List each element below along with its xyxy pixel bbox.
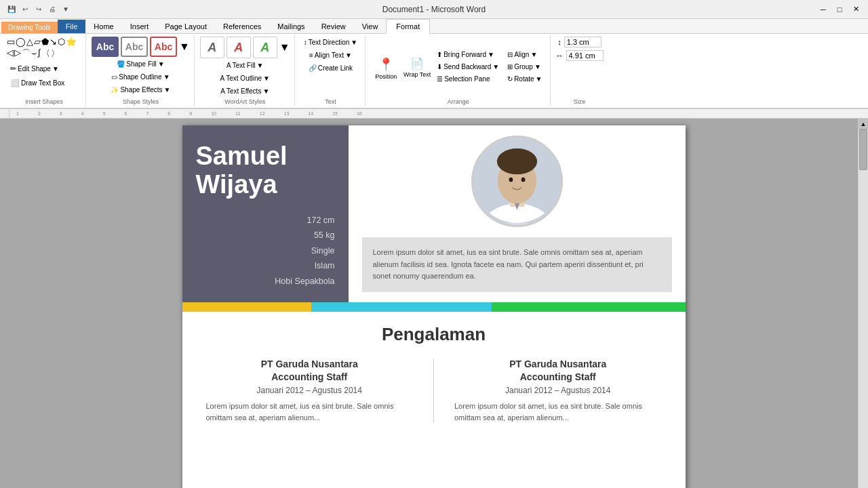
resume-height: 172 cm — [196, 213, 335, 228]
tab-view[interactable]: View — [354, 20, 387, 33]
height-icon: ↕ — [557, 38, 561, 46]
shape-styles-group: Abc Abc Abc ▼ 🪣 Shape Fill ▼ ▭ Shape Out… — [87, 35, 195, 106]
experience-columns: PT Garuda Nusantara Accounting Staff Jan… — [206, 359, 662, 423]
bio-text-box: Lorem ipsum dolor sit amet, ius ea sint … — [362, 237, 672, 292]
shape-style-3[interactable]: Abc — [150, 37, 177, 57]
text-effects-button[interactable]: A Text Effects ▼ — [217, 85, 273, 97]
experience-title: Pengalaman — [206, 324, 662, 345]
tab-review[interactable]: Review — [313, 20, 354, 33]
exp-left-period: Januari 2012 – Agustus 2014 — [206, 386, 414, 395]
exp-left-company: PT Garuda Nusantara — [206, 359, 414, 369]
shape-fill-button[interactable]: 🪣 Shape Fill ▼ — [113, 58, 167, 70]
selection-pane-button[interactable]: ☰ Selection Pane — [433, 73, 502, 85]
resume-weight: 55 kg — [196, 228, 335, 243]
position-button[interactable]: 📍 Position — [371, 55, 401, 79]
styles-dropdown[interactable]: ▼ — [179, 41, 190, 53]
group-button[interactable]: ⊞ Group ▼ — [504, 61, 545, 73]
exp-left-desc: Lorem ipsum dolor sit amet, ius ea sint … — [206, 401, 414, 423]
resume-status: Single — [196, 243, 335, 259]
send-backward-button[interactable]: ⬇ Send Backward ▼ — [433, 61, 502, 73]
align-text-button[interactable]: ≡ Align Text ▼ — [306, 49, 355, 61]
left-margin — [0, 119, 9, 488]
title-bar: 💾 ↩ ↪ 🖨 ▼ Document1 - Microsoft Word ─ □… — [0, 0, 868, 19]
document-page: Samuel Wijaya 172 cm 55 kg Single Islam … — [182, 125, 686, 488]
text-outline-button[interactable]: A Text Outline ▼ — [217, 73, 273, 84]
scroll-up-button[interactable]: ▲ — [859, 119, 868, 129]
resume-right-panel: Lorem ipsum dolor sit amet, ius ea sint … — [349, 125, 686, 302]
wordart-style-2[interactable]: A — [226, 37, 251, 58]
text-direction-button[interactable]: ↕ Text Direction ▼ — [300, 37, 361, 48]
save-button[interactable]: 💾 — [5, 3, 18, 16]
quick-print-button[interactable]: 🖨 — [46, 3, 58, 16]
create-link-button[interactable]: 🔗 Create Link — [305, 62, 356, 74]
wordart-styles-group: A A A ▼ A Text Fill ▼ A Text Outline ▼ A… — [196, 35, 295, 106]
undo-button[interactable]: ↩ — [19, 3, 31, 16]
exp-right-company: PT Garuda Nusantara — [454, 359, 662, 369]
exp-right-period: Januari 2012 – Agustus 2014 — [454, 386, 662, 395]
svg-point-7 — [496, 148, 536, 174]
title-bar-left: 💾 ↩ ↪ 🖨 ▼ — [5, 3, 72, 16]
shapes-palette: ▭◯△▱⬟ ↘⬡⭐◁▷ ⌒⌣∫〈〉 — [7, 37, 81, 60]
maximize-button[interactable]: □ — [833, 3, 846, 16]
quick-access-toolbar: 💾 ↩ ↪ 🖨 ▼ — [5, 3, 72, 16]
wordart-style-1[interactable]: A — [200, 37, 224, 58]
color-bar-green — [492, 302, 685, 312]
exp-right-desc: Lorem ipsum dolor sit amet, ius ea sint … — [454, 401, 662, 423]
height-input[interactable] — [564, 37, 601, 47]
resume-religion: Islam — [196, 258, 335, 274]
tab-file[interactable]: File — [58, 20, 86, 33]
wordart-style-3[interactable]: A — [253, 37, 277, 58]
window-title: Document1 - Microsoft Word — [382, 5, 486, 14]
vertical-scrollbar[interactable]: ▲ ▼ — [858, 119, 868, 488]
redo-button[interactable]: ↪ — [33, 3, 45, 16]
size-group: ↕ ↔ Size — [552, 35, 608, 106]
column-divider — [433, 359, 434, 423]
scroll-thumb[interactable] — [859, 129, 867, 170]
draw-text-box-button[interactable]: ⬜ Draw Text Box — [7, 77, 68, 89]
experience-section: Pengalaman PT Garuda Nusantara Accountin… — [182, 312, 686, 435]
shape-style-1[interactable]: Abc — [92, 37, 119, 57]
tab-mailings[interactable]: Mailings — [269, 20, 313, 33]
side-ruler-corner — [0, 109, 9, 118]
color-bar-cyan — [311, 302, 492, 312]
resume-details: 172 cm 55 kg Single Islam Hobi Sepakbola — [196, 213, 335, 289]
document-scroll-area[interactable]: Samuel Wijaya 172 cm 55 kg Single Islam … — [9, 119, 858, 488]
photo-circle — [471, 136, 563, 227]
shape-style-2[interactable]: Abc — [121, 37, 148, 57]
bring-forward-button[interactable]: ⬆ Bring Forward ▼ — [433, 49, 502, 60]
text-fill-button[interactable]: A Text Fill ▼ — [223, 60, 267, 71]
wrap-text-button[interactable]: 📄 Wrap Text — [402, 55, 432, 79]
tab-page-layout[interactable]: Page Layout — [157, 20, 215, 33]
rotate-button[interactable]: ↻ Rotate ▼ — [504, 73, 545, 85]
more-button[interactable]: ▼ — [60, 3, 72, 16]
color-bar — [182, 302, 686, 312]
experience-column-right: PT Garuda Nusantara Accounting Staff Jan… — [454, 359, 662, 423]
color-bar-yellow — [182, 302, 311, 312]
text-group: ↕ Text Direction ▼ ≡ Align Text ▼ 🔗 Crea… — [296, 35, 366, 106]
align-button[interactable]: ⊟ Align ▼ — [504, 49, 545, 60]
exp-left-role: Accounting Staff — [206, 371, 414, 382]
window-controls: ─ □ ✕ — [816, 3, 863, 16]
resume-top: Samuel Wijaya 172 cm 55 kg Single Islam … — [182, 125, 686, 302]
minimize-button[interactable]: ─ — [816, 3, 830, 16]
close-button[interactable]: ✕ — [849, 3, 863, 16]
tab-insert[interactable]: Insert — [122, 20, 157, 33]
experience-column-left: PT Garuda Nusantara Accounting Staff Jan… — [206, 359, 414, 423]
profile-photo — [473, 136, 561, 225]
exp-right-role: Accounting Staff — [454, 371, 662, 382]
tab-home[interactable]: Home — [85, 20, 121, 33]
top-ruler: 12345678910111213141516 — [9, 109, 868, 118]
tab-references[interactable]: References — [215, 20, 269, 33]
ribbon: Drawing Tools File Home Insert Page Layo… — [0, 19, 868, 109]
svg-point-9 — [521, 178, 525, 182]
resume-left-panel: Samuel Wijaya 172 cm 55 kg Single Islam … — [182, 125, 349, 302]
drawing-tools-tab[interactable]: Drawing Tools — [1, 22, 58, 33]
resume-name: Samuel Wijaya — [196, 142, 335, 199]
width-input[interactable] — [566, 50, 604, 61]
wordart-dropdown[interactable]: ▼ — [279, 41, 290, 54]
shape-effects-button[interactable]: ✨ Shape Effects ▼ — [107, 84, 174, 96]
svg-point-8 — [509, 178, 513, 182]
shape-outline-button[interactable]: ▭ Shape Outline ▼ — [108, 71, 173, 83]
tab-format[interactable]: Format — [386, 19, 430, 34]
edit-shape-button[interactable]: ✏ Edit Shape ▼ — [7, 62, 62, 75]
